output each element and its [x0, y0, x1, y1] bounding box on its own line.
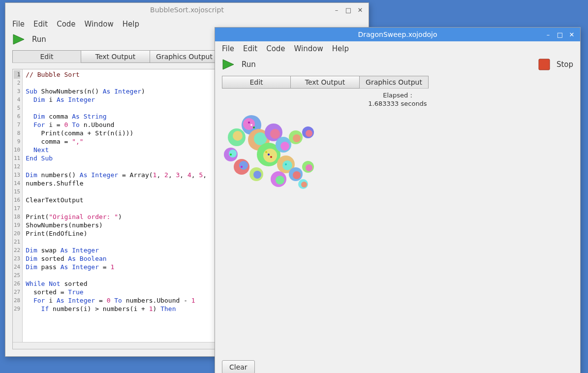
svg-point-24 — [282, 160, 292, 170]
tab-text-output[interactable]: Text Output — [81, 50, 150, 63]
svg-point-26 — [276, 176, 284, 185]
tabbar: Edit Text Output Graphics Output — [215, 76, 580, 89]
run-button[interactable]: Run — [222, 59, 256, 70]
menu-code[interactable]: Code — [266, 44, 285, 53]
clear-button[interactable]: Clear — [222, 360, 255, 373]
run-button[interactable]: Run — [12, 33, 46, 45]
tab-text-output[interactable]: Text Output — [291, 76, 360, 89]
play-icon — [12, 33, 26, 45]
fractal-drawing — [222, 110, 335, 209]
svg-rect-2 — [539, 59, 550, 70]
minimize-button[interactable]: – — [331, 5, 342, 15]
svg-point-43 — [230, 154, 232, 155]
play-icon — [222, 59, 236, 70]
svg-point-18 — [280, 142, 289, 151]
svg-point-28 — [293, 171, 301, 179]
svg-point-41 — [285, 163, 287, 165]
menu-help[interactable]: Help — [123, 20, 139, 29]
toolbar: Run Stop — [215, 57, 580, 76]
stop-label: Stop — [557, 60, 573, 69]
stop-button[interactable]: Stop — [538, 58, 573, 71]
svg-point-40 — [265, 151, 267, 153]
stop-icon — [538, 58, 551, 71]
svg-point-6 — [233, 131, 243, 141]
svg-point-39 — [270, 156, 272, 158]
tab-graphics-output[interactable]: Graphics Output — [150, 50, 219, 63]
elapsed-label: Elapsed : — [222, 92, 573, 100]
elapsed-value: 1.683333 seconds — [222, 100, 573, 108]
svg-point-4 — [243, 118, 255, 130]
tab-edit[interactable]: Edit — [222, 76, 291, 89]
svg-point-22 — [306, 130, 312, 137]
svg-point-20 — [293, 134, 301, 142]
menu-code[interactable]: Code — [57, 20, 75, 29]
svg-point-30 — [306, 164, 312, 171]
menu-file[interactable]: File — [222, 44, 234, 53]
menu-file[interactable]: File — [12, 20, 25, 29]
menu-window[interactable]: Window — [294, 44, 323, 53]
svg-point-32 — [301, 182, 307, 187]
svg-point-36 — [253, 126, 255, 128]
close-button[interactable]: ✕ — [566, 30, 577, 39]
menu-window[interactable]: Window — [85, 20, 114, 29]
run-label: Run — [242, 60, 256, 69]
elapsed-status: Elapsed : 1.683333 seconds — [222, 92, 573, 108]
menu-edit[interactable]: Edit — [33, 20, 48, 29]
svg-marker-0 — [13, 34, 24, 44]
svg-point-12 — [254, 132, 267, 145]
svg-point-10 — [239, 161, 248, 170]
titlebar[interactable]: DragonSweep.xojodojo – □ ✕ — [215, 28, 580, 41]
run-label: Run — [32, 35, 46, 44]
svg-marker-1 — [223, 60, 234, 69]
line-gutter: 1234567891011121314151617181920212223242… — [13, 69, 23, 349]
titlebar[interactable]: BubbleSort.xojoscript – □ ✕ — [5, 3, 369, 17]
svg-point-35 — [250, 124, 252, 126]
graphics-output-panel: Elapsed : 1.683333 seconds — [215, 89, 580, 356]
svg-point-16 — [263, 149, 277, 162]
menu-help[interactable]: Help — [332, 44, 349, 53]
maximize-button[interactable]: □ — [555, 30, 565, 39]
svg-point-8 — [229, 150, 237, 157]
svg-point-14 — [270, 129, 280, 139]
tab-edit[interactable]: Edit — [12, 50, 81, 63]
window-dragonsweep: DragonSweep.xojodojo – □ ✕ File Edit Cod… — [215, 27, 581, 373]
bottom-bar: Clear — [215, 356, 580, 373]
maximize-button[interactable]: □ — [343, 5, 354, 15]
minimize-button[interactable]: – — [543, 30, 554, 39]
menu-edit[interactable]: Edit — [243, 44, 257, 53]
window-title: DragonSweep.xojodojo — [358, 31, 437, 38]
svg-point-37 — [248, 122, 250, 124]
tab-graphics-output[interactable]: Graphics Output — [360, 76, 429, 89]
svg-point-34 — [253, 171, 261, 179]
svg-point-42 — [241, 166, 243, 168]
svg-point-38 — [268, 154, 270, 155]
close-button[interactable]: ✕ — [355, 5, 366, 15]
window-title: BubbleSort.xojoscript — [150, 6, 224, 14]
menubar: File Edit Code Window Help — [215, 41, 580, 57]
